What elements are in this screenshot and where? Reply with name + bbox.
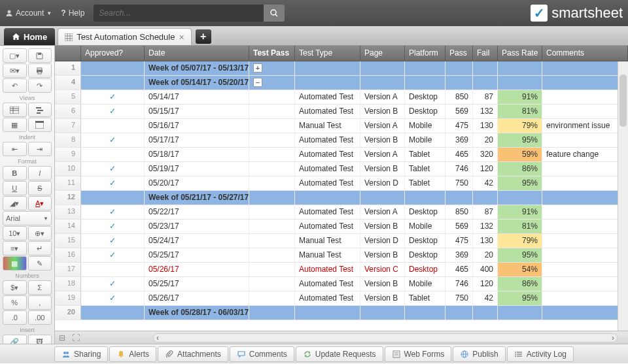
table-row[interactable]: 905/18/17Automated TestVersion ATablet46… [55,148,628,162]
cell-testtype[interactable]: Automated Test [295,291,360,305]
cell-page[interactable]: Version A [360,148,405,161]
cell-pass[interactable]: 750 [445,176,473,190]
cell-rate[interactable]: 79% [498,234,542,248]
cell-platform[interactable]: Desktop [405,205,445,219]
row-number[interactable]: 16 [55,248,81,262]
cell-fail[interactable]: 130 [473,119,498,133]
cell-testtype[interactable]: Automated Test [295,205,360,219]
wrap-button[interactable]: ↵ [28,241,52,256]
cell-testpass[interactable] [249,291,295,305]
cell-pass[interactable]: 475 [445,234,473,248]
cell-comments[interactable] [542,205,628,219]
cell-comments[interactable] [542,263,628,276]
print-button[interactable] [28,63,52,78]
table-row[interactable]: 20Week of 05/28/17 - 06/03/17 [55,306,628,320]
cell-page[interactable]: Version D [360,234,405,248]
conditional-format-button[interactable]: ▦ [3,256,27,271]
cell-comments[interactable] [542,61,628,75]
cell-date[interactable]: 05/25/17 [145,248,249,262]
col-date[interactable]: Date [145,46,249,61]
cell-testpass[interactable] [249,205,295,219]
search-button[interactable] [264,5,285,22]
cell-testtype[interactable] [295,61,360,75]
cell-page[interactable]: Version A [360,205,405,219]
gantt-view-button[interactable] [28,103,52,117]
cell-testtype[interactable]: Automated Test [295,263,360,276]
bold-button[interactable]: B [3,166,27,180]
cell-platform[interactable]: Desktop [405,105,445,118]
cell-platform[interactable]: Mobile [405,133,445,147]
table-row[interactable]: 6✓05/15/17Automated TestVersion BDesktop… [55,105,628,119]
cell-comments[interactable] [542,90,628,104]
cell-comments[interactable] [542,220,628,233]
cell-platform[interactable]: Desktop [405,263,445,276]
cell-platform[interactable]: Tablet [405,291,445,305]
table-row[interactable]: 15✓05/24/17Manual TestVersion DDesktop47… [55,234,628,248]
close-icon[interactable]: × [179,32,184,42]
cell-date[interactable]: 05/16/17 [145,119,249,133]
cell-approved[interactable]: ✓ [81,176,145,190]
cell-page[interactable]: Version C [360,263,405,276]
cell-comments[interactable] [542,76,628,90]
cell-page[interactable]: Version B [360,162,405,176]
cell-fail[interactable]: 120 [473,162,498,176]
cell-testpass[interactable] [249,148,295,161]
cell-testtype[interactable] [295,306,360,320]
col-approved[interactable]: Approved? [81,46,145,61]
row-number[interactable]: 18 [55,277,81,291]
cell-platform[interactable]: Tablet [405,148,445,161]
cell-approved[interactable]: ✓ [81,162,145,176]
cell-date[interactable]: 05/26/17 [145,291,249,305]
cell-pass[interactable]: 850 [445,90,473,104]
table-row[interactable]: 14✓05/23/17Automated TestVersion BMobile… [55,220,628,234]
cell-comments[interactable] [542,248,628,262]
font-size-select[interactable]: 10▾ [3,226,27,240]
row-number[interactable]: 12 [55,191,81,205]
cell-testpass[interactable]: + [249,61,295,75]
cell-page[interactable]: Version B [360,291,405,305]
cell-testpass[interactable] [249,191,295,205]
table-row[interactable]: 16✓05/25/17Manual TestVersion BDesktop36… [55,248,628,263]
cell-approved[interactable] [81,61,145,75]
cell-pass[interactable]: 850 [445,205,473,219]
cell-fail[interactable]: 400 [473,263,498,276]
cell-date[interactable]: 05/23/17 [145,220,249,233]
cell-approved[interactable] [81,191,145,205]
table-row[interactable]: 19✓05/26/17Automated TestVersion BTablet… [55,291,628,306]
text-color-button[interactable]: A▾ [28,196,52,210]
cell-testpass[interactable] [249,234,295,248]
row-number[interactable]: 4 [55,76,81,90]
row-number[interactable]: 6 [55,105,81,118]
cell-page[interactable]: Version B [360,248,405,262]
cell-testpass[interactable] [249,90,295,104]
cell-testpass[interactable] [249,220,295,233]
cell-fail[interactable] [473,306,498,320]
cell-page[interactable] [360,191,405,205]
cell-rate[interactable] [498,61,542,75]
insert-link-button[interactable]: 🔗 [3,335,27,344]
cell-testtype[interactable]: Automated Test [295,162,360,176]
cell-fail[interactable]: 42 [473,291,498,305]
redo-button[interactable]: ↷ [28,78,52,93]
horizontal-scrollbar[interactable]: ‹ › [153,333,618,342]
update-requests-button[interactable]: Update Requests [296,346,383,362]
cell-date[interactable]: Week of 05/28/17 - 06/03/17 [145,306,249,320]
cell-testtype[interactable]: Automated Test [295,277,360,291]
cell-approved[interactable]: ✓ [81,277,145,291]
cell-approved[interactable] [81,119,145,133]
cell-rate[interactable]: 91% [498,90,542,104]
cell-fail[interactable] [473,61,498,75]
cell-platform[interactable]: Mobile [405,220,445,233]
cell-testtype[interactable]: Automated Test [295,220,360,233]
cell-rate[interactable]: 81% [498,220,542,233]
table-row[interactable]: 10✓05/19/17Automated TestVersion BTablet… [55,162,628,176]
cell-approved[interactable]: ✓ [81,205,145,219]
cell-pass[interactable]: 750 [445,291,473,305]
cell-date[interactable]: 05/22/17 [145,205,249,219]
fill-color-button[interactable]: ◢▾ [3,196,27,210]
cell-fail[interactable]: 120 [473,277,498,291]
cell-rate[interactable]: 91% [498,205,542,219]
sharing-button[interactable]: Sharing [54,346,108,362]
cell-testpass[interactable] [249,133,295,147]
cell-date[interactable]: 05/17/17 [145,133,249,147]
